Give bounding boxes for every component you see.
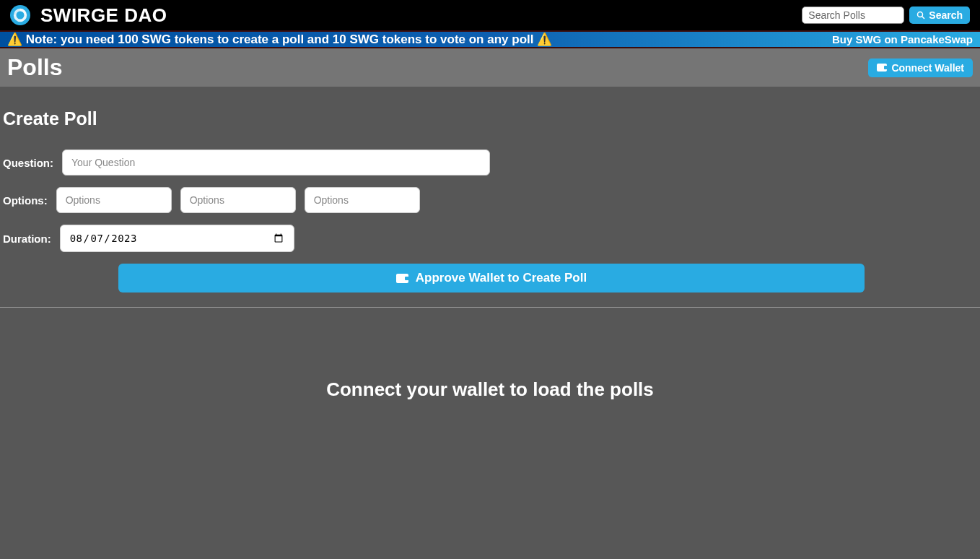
page-title: Polls [7, 54, 62, 81]
notice-text: ⚠️ Note: you need 100 SWG tokens to crea… [7, 32, 552, 47]
svg-point-0 [918, 12, 923, 17]
question-row: Question: [3, 150, 977, 176]
search-input[interactable] [802, 6, 904, 24]
duration-row: Duration: [3, 225, 977, 252]
connect-wallet-label: Connect Wallet [891, 62, 964, 74]
buy-swg-link[interactable]: Buy SWG on PancakeSwap [832, 33, 973, 46]
notice-bar: ⚠️ Note: you need 100 SWG tokens to crea… [0, 30, 980, 48]
option-input-3[interactable] [305, 187, 420, 213]
duration-label: Duration: [3, 233, 51, 245]
brand-logo [10, 5, 30, 25]
option-input-2[interactable] [180, 187, 296, 213]
swirl-icon [12, 7, 28, 23]
search-icon [916, 11, 925, 20]
duration-input[interactable] [60, 225, 294, 252]
header-right: Search [802, 6, 970, 24]
create-poll-heading: Create Poll [3, 108, 977, 129]
approve-wallet-label: Approve Wallet to Create Poll [416, 271, 587, 285]
option-input-1[interactable] [56, 187, 172, 213]
search-button[interactable]: Search [909, 6, 970, 24]
connect-wallet-button[interactable]: Connect Wallet [868, 58, 973, 77]
search-button-label: Search [929, 9, 963, 21]
wallet-icon [877, 64, 887, 72]
brand-title: SWIRGE DAO [40, 4, 167, 27]
create-poll-section: Create Poll Question: Options: Duration:… [0, 87, 980, 308]
options-row: Options: [3, 187, 977, 213]
top-header: SWIRGE DAO Search [0, 0, 980, 30]
empty-state: Connect your wallet to load the polls [0, 308, 980, 401]
sub-header: Polls Connect Wallet [0, 48, 980, 87]
svg-line-1 [922, 17, 925, 20]
empty-state-message: Connect your wallet to load the polls [0, 378, 980, 401]
approve-wallet-button[interactable]: Approve Wallet to Create Poll [118, 264, 865, 292]
question-label: Question: [3, 157, 53, 169]
question-input[interactable] [62, 150, 490, 176]
wallet-icon [396, 274, 408, 283]
options-label: Options: [3, 194, 48, 207]
